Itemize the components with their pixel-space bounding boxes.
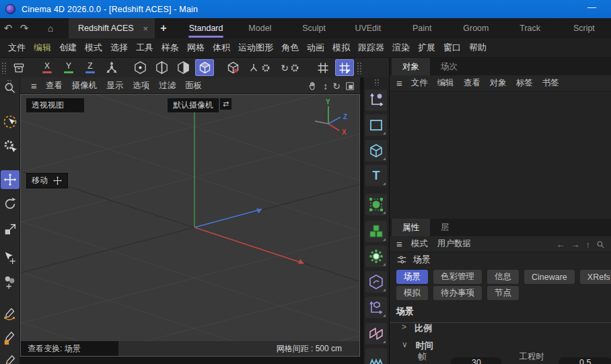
null-axis-button[interactable] [365,297,387,318]
menu-item-animate[interactable]: 动画 [307,42,324,54]
spline-primitive-button[interactable] [365,114,387,136]
menu-item-help[interactable]: 帮助 [469,42,487,54]
workspace-tab-track[interactable]: Track [503,18,557,38]
attr-tab-todo[interactable]: 待办事项 [433,286,482,300]
attr-tab-simulation[interactable]: 模拟 [396,286,428,300]
workspace-tab-paint[interactable]: Paint [395,18,449,38]
move-tool[interactable] [1,170,20,189]
deformer-button[interactable] [365,271,387,293]
om-menu-file[interactable]: 文件 [411,77,428,89]
back-icon[interactable]: ← [556,240,565,250]
tab-attributes[interactable]: 属性 [392,219,430,236]
snap-grid-button[interactable] [314,59,332,76]
menu-item-tools[interactable]: 工具 [136,42,153,54]
polygons-mode-button[interactable] [174,59,192,76]
project-duration-input[interactable]: 0.5 [559,357,611,364]
menu-item-character[interactable]: 角色 [281,42,299,54]
orbit-icon[interactable]: ↻ [332,81,340,92]
archive-project-button[interactable] [9,59,28,76]
menu-item-edit[interactable]: 编辑 [34,42,51,54]
dolly-icon[interactable]: ↕ [323,81,328,92]
menu-item-mode[interactable]: 模式 [85,42,102,54]
scale-tool[interactable] [1,220,20,239]
menu-item-select[interactable]: 选择 [110,42,128,54]
menu-item-window[interactable]: 窗口 [443,42,461,54]
enable-axis-tool[interactable] [1,249,20,268]
om-menu-edit[interactable]: 编辑 [437,77,454,89]
workspace-tab-groom[interactable]: Groom [449,18,503,38]
viewport-menu-view[interactable]: 查看 [46,80,63,92]
redo-icon[interactable]: ↷ [16,18,32,38]
tweak-tool[interactable] [1,137,20,156]
tab-takes[interactable]: 场次 [430,58,468,75]
menu-item-mesh[interactable]: 网格 [187,42,205,54]
menu-item-create[interactable]: 创建 [59,42,77,54]
om-menu-tags[interactable]: 标签 [516,77,533,89]
workspace-tab-script[interactable]: Script [557,18,611,38]
menu-item-volume[interactable]: 体积 [213,42,230,54]
polygon-pen-tool[interactable] [1,329,20,348]
rotation-settings-button[interactable]: ↻ [276,59,304,76]
hamburger-icon[interactable]: ≡ [31,80,36,92]
om-menu-bookmarks[interactable]: 书签 [542,77,559,89]
spline-pen-button[interactable] [365,89,387,111]
workspace-tab-model[interactable]: Model [233,18,287,38]
close-tab-icon[interactable]: × [141,24,149,34]
subdivision-surface-button[interactable] [365,194,387,215]
workspace-tab-uvedit[interactable]: UVEdit [341,18,395,38]
viewport-menu-options[interactable]: 选项 [133,80,149,92]
viewport-menu-cameras[interactable]: 摄像机 [72,80,98,92]
drag-handle-icon[interactable] [374,79,380,85]
chevron-down-icon[interactable]: ∨ [402,340,408,352]
edges-mode-button[interactable] [152,59,171,76]
lock-x-axis-button[interactable]: X [38,59,57,76]
drag-handle-icon[interactable] [357,62,362,74]
tab-objects[interactable]: 对象 [392,58,430,75]
attr-tab-nodes[interactable]: 节点 [487,286,519,300]
section-scale[interactable]: > 比例 [402,322,432,334]
points-mode-button[interactable] [131,59,149,76]
text-object-button[interactable]: T [365,165,387,186]
workspace-tab-sculpt[interactable]: Sculpt [287,18,341,38]
axis-modification-button[interactable] [102,59,121,76]
section-time[interactable]: ∨ 时间 [402,340,433,352]
attr-tab-xrefs[interactable]: XRefs [580,270,611,284]
object-list-area[interactable] [390,92,611,219]
camera-button[interactable] [365,349,387,364]
attr-tab-cineware[interactable]: Cineware [524,270,575,284]
om-menu-objects[interactable]: 对象 [490,77,507,89]
view-type-label[interactable]: 透视视图 [26,98,84,112]
hamburger-icon[interactable]: ≡ [396,77,402,89]
menu-item-mograph[interactable]: 运动图形 [238,42,273,54]
attr-tab-color-management[interactable]: 色彩管理 [433,270,482,284]
fps-input[interactable]: 30 [451,357,501,364]
rotate-tool[interactable] [1,194,20,213]
hamburger-icon[interactable]: ≡ [396,238,402,250]
am-menu-mode[interactable]: 模式 [411,238,428,250]
workplane-edit-button[interactable] [335,59,354,76]
chevron-right-icon[interactable]: > [402,322,406,334]
menu-item-extensions[interactable]: 扩展 [418,42,435,54]
lock-z-axis-button[interactable]: Z [81,59,100,76]
am-menu-userdata[interactable]: 用户数据 [437,238,471,250]
attr-tab-scene[interactable]: 场景 [396,270,428,284]
viewport-menu-panel[interactable]: 面板 [185,80,202,92]
up-icon[interactable]: ↑ [586,240,591,250]
axis-gizmo[interactable]: Y Z X [312,98,354,136]
menu-item-spline[interactable]: 样条 [161,42,179,54]
search-icon[interactable] [596,240,605,249]
texture-mode-button[interactable] [223,59,242,76]
menu-item-tracker[interactable]: 跟踪器 [358,42,384,54]
add-tab-button[interactable]: + [155,18,172,38]
volume-builder-button[interactable] [365,221,387,242]
workspace-tab-standard[interactable]: Standard [179,18,233,38]
cube-primitive-button[interactable] [365,140,387,161]
undo-icon[interactable]: ↶ [0,18,16,38]
home-icon[interactable]: ⌂ [42,18,59,38]
viewport-solo-button[interactable] [1,79,20,98]
attr-tab-info[interactable]: 信息 [487,270,519,284]
minimize-button[interactable]: — [587,2,596,12]
live-selection-tool[interactable] [1,112,20,131]
camera-swap-icon[interactable]: ⇄ [220,98,231,110]
model-mode-button[interactable] [195,59,214,76]
